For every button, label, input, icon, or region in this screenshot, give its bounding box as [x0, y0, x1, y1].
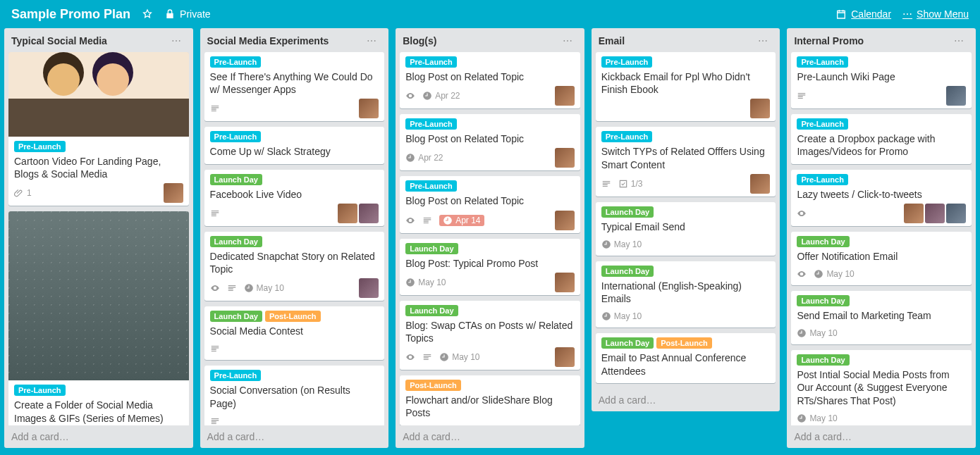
add-card-button[interactable]: Add a card… — [592, 389, 780, 411]
member-avatar[interactable] — [750, 99, 770, 118]
card-label[interactable]: Launch Day — [210, 236, 262, 247]
card[interactable]: Pre-Launch Switch TYPs of Related Offfer… — [596, 127, 776, 196]
card[interactable]: Pre-Launch Blog Post on Related Topic Ap… — [400, 176, 580, 232]
card[interactable]: Launch Day Offer Notification Email May … — [791, 232, 972, 285]
member-avatar[interactable] — [555, 211, 575, 230]
board-canvas[interactable]: Typical Social Media ⋯ Pre-Launch Cartoo… — [0, 28, 980, 449]
card-label[interactable]: Pre-Launch — [405, 118, 457, 130]
card[interactable]: Post-Launch Flowchart and/or SlideShare … — [400, 375, 580, 425]
card-label[interactable]: Pre-Launch — [405, 56, 457, 68]
list-name[interactable]: Email — [599, 35, 754, 46]
board-title[interactable]: Sample Promo Plan — [6, 7, 136, 22]
card-label[interactable]: Launch Day — [405, 243, 458, 254]
card-label[interactable]: Pre-Launch — [14, 385, 66, 396]
card[interactable]: Pre-Launch Cartoon Video For Landing Pag… — [8, 52, 189, 206]
clock-icon — [797, 413, 807, 423]
show-menu-button[interactable]: ⋯ Show Menu — [897, 6, 974, 23]
member-avatar[interactable] — [555, 86, 575, 106]
clock-icon — [443, 216, 453, 225]
member-avatar[interactable] — [555, 273, 575, 292]
list-name[interactable]: Blog(s) — [403, 35, 558, 46]
due-date-badge: Apr 22 — [405, 153, 443, 163]
checklist-badge: 1/3 — [618, 179, 643, 189]
card-title: See If There's Anything We Could Do w/ M… — [210, 70, 379, 96]
card[interactable]: Launch Day Facebook Live Video — [204, 170, 385, 226]
privacy-button[interactable]: Private — [159, 6, 216, 23]
card-label[interactable]: Post-Launch — [265, 311, 321, 322]
member-avatar[interactable] — [359, 278, 379, 298]
card[interactable]: Launch DayPost-Launch Email to Past Annu… — [596, 333, 776, 382]
add-card-button[interactable]: Add a card… — [4, 425, 193, 448]
card-label[interactable]: Launch Day — [405, 305, 458, 316]
member-avatar[interactable] — [555, 148, 575, 168]
calendar-button[interactable]: Calendar — [830, 6, 897, 23]
card[interactable]: Pre-Launch Social Conversation (on Resul… — [204, 366, 385, 425]
member-avatar[interactable] — [750, 174, 770, 194]
list-menu-button[interactable]: ⋯ — [167, 34, 186, 48]
card[interactable]: Pre-Launch See If There's Anything We Co… — [204, 52, 385, 121]
card-label[interactable]: Launch Day — [601, 337, 654, 349]
card-label[interactable]: Pre-Launch — [601, 131, 653, 142]
add-card-button[interactable]: Add a card… — [200, 425, 389, 448]
card-label[interactable]: Pre-Launch — [210, 370, 262, 381]
add-card-button[interactable]: Add a card… — [396, 425, 584, 448]
card[interactable]: Pre-Launch Blog Post on Related Topic Ap… — [400, 114, 580, 170]
card[interactable]: Pre-Launch Pre-Launch Wiki Page — [791, 52, 972, 108]
member-avatar[interactable] — [338, 204, 357, 223]
card[interactable]: Pre-Launch Lazy tweets / Click-to-tweets — [791, 170, 972, 226]
card[interactable]: Pre-Launch Create a Dropbox package with… — [791, 114, 972, 163]
description-badge — [601, 179, 611, 189]
list-menu-button[interactable]: ⋯ — [362, 34, 381, 48]
card[interactable]: Pre-Launch Kickback Email for Ppl Who Di… — [596, 52, 776, 121]
card-label[interactable]: Launch Day — [210, 174, 262, 185]
member-avatar[interactable] — [164, 183, 183, 203]
list-name[interactable]: Typical Social Media — [11, 35, 167, 46]
card[interactable]: Launch Day Dedicated Snapchat Story on R… — [204, 232, 385, 301]
add-card-button[interactable]: Add a card… — [787, 425, 976, 448]
desc-icon — [210, 104, 220, 113]
card-label[interactable]: Pre-Launch — [405, 180, 457, 192]
card-label[interactable]: Pre-Launch — [797, 56, 848, 68]
card-label[interactable]: Pre-Launch — [601, 56, 653, 68]
card[interactable]: Pre-Launch Blog Post on Related Topic Ap… — [400, 52, 580, 108]
list-menu-button[interactable]: ⋯ — [558, 34, 577, 48]
list-name[interactable]: Social Media Experiments — [207, 35, 363, 46]
card-label[interactable]: Pre-Launch — [797, 174, 848, 185]
card[interactable]: Launch Day Blog Post: Typical Promo Post… — [400, 239, 580, 295]
card[interactable]: Pre-Launch Come Up w/ Slack Strategy — [204, 127, 385, 163]
card-label[interactable]: Post-Launch — [656, 337, 712, 349]
member-avatar[interactable] — [946, 86, 966, 106]
member-avatar[interactable] — [925, 204, 945, 223]
clock-icon — [244, 283, 254, 293]
card-label[interactable]: Launch Day — [601, 206, 654, 218]
card-label[interactable]: Pre-Launch — [210, 131, 262, 142]
card[interactable]: Launch DayPost-Launch Social Media Conte… — [204, 306, 385, 360]
member-avatar[interactable] — [359, 204, 379, 223]
card[interactable]: Launch Day Blog: Swap CTAs on Posts w/ R… — [400, 301, 580, 370]
card-label[interactable]: Pre-Launch — [14, 141, 66, 152]
card-label[interactable]: Launch Day — [601, 266, 654, 277]
card-label[interactable]: Pre-Launch — [210, 56, 262, 68]
card[interactable]: Pre-Launch Create a Folder of Social Med… — [8, 211, 189, 425]
list-name[interactable]: Internal Promo — [794, 35, 950, 46]
member-avatar[interactable] — [359, 99, 379, 118]
card-label[interactable]: Launch Day — [797, 236, 849, 247]
star-button[interactable] — [136, 6, 159, 23]
card[interactable]: Launch Day International (English-Speaki… — [596, 261, 776, 328]
card[interactable]: Launch Day Send Email to Marketing Team … — [791, 291, 972, 344]
card-label[interactable]: Launch Day — [797, 295, 849, 306]
card-label[interactable]: Launch Day — [210, 311, 262, 322]
card-label[interactable]: Pre-Launch — [797, 118, 848, 130]
list-menu-button[interactable]: ⋯ — [950, 34, 969, 48]
member-avatar[interactable] — [904, 204, 924, 223]
watch-badge — [405, 352, 415, 362]
card-label[interactable]: Post-Launch — [405, 380, 461, 391]
board-header: Sample Promo Plan Private Calendar ⋯ Sho… — [0, 0, 980, 28]
member-avatar[interactable] — [946, 204, 966, 223]
card-label[interactable]: Launch Day — [797, 354, 849, 366]
list-menu-button[interactable]: ⋯ — [754, 34, 773, 48]
card[interactable]: Launch Day Post Intial Social Media Post… — [791, 350, 972, 425]
card[interactable]: Launch Day Typical Email Send May 10 — [596, 202, 776, 256]
member-avatar[interactable] — [555, 347, 575, 367]
lock-icon — [164, 8, 176, 20]
